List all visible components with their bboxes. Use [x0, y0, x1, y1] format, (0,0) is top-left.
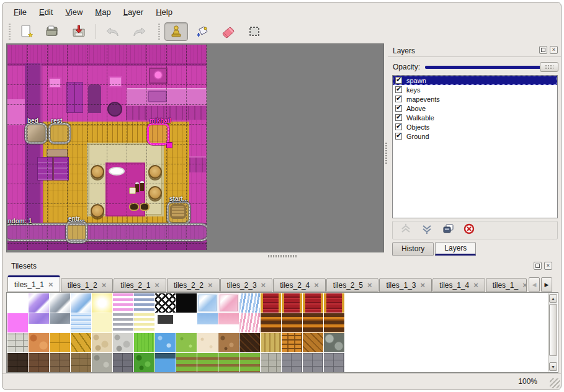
layer-visibility-checkbox[interactable] [395, 123, 402, 130]
new-map-button[interactable] [15, 22, 38, 41]
map-object-entr-[interactable]: entr... [66, 221, 87, 243]
tile-empty[interactable] [7, 293, 28, 313]
map-object-start-[interactable]: start... [167, 201, 190, 225]
close-dock-button[interactable]: × [550, 46, 558, 54]
close-tab-icon[interactable]: × [314, 280, 319, 290]
tile-curtain-red[interactable] [303, 293, 323, 313]
layer-row-mapevents[interactable]: mapevents [393, 94, 557, 104]
eraser-button[interactable] [217, 22, 240, 41]
tile-stripes-yellow[interactable] [134, 313, 154, 332]
tile-glass-purple-sm[interactable] [29, 313, 49, 332]
tile-cobble-orange[interactable] [29, 333, 49, 352]
tile-path-grass[interactable] [239, 353, 260, 372]
tile-grass[interactable] [176, 333, 197, 352]
tile-drape-blue[interactable] [239, 293, 260, 313]
tile-stone-offset[interactable] [261, 353, 281, 372]
tile-brick-dark[interactable] [7, 353, 28, 372]
lower-layer-button[interactable] [419, 223, 435, 238]
tileset-tab-tiles_1_[interactable]: tiles_1_× [486, 278, 527, 292]
close-tab-icon[interactable]: × [421, 280, 426, 290]
tile-pink[interactable] [7, 313, 28, 332]
tile-water[interactable] [155, 333, 176, 352]
menu-view[interactable]: View [59, 5, 89, 19]
tile-hedge[interactable] [134, 353, 154, 372]
layer-visibility-checkbox[interactable] [395, 133, 402, 140]
tile-brick-stone[interactable] [50, 353, 70, 372]
layer-row-Ground[interactable]: Ground [393, 131, 557, 141]
tile-pane-pink-sm[interactable] [218, 313, 239, 332]
tile-brick-gray[interactable] [113, 353, 133, 372]
menu-edit[interactable]: Edit [33, 5, 59, 19]
map-view[interactable]: bedrestmikhailstart...random: 1entr... [6, 43, 384, 252]
layer-list[interactable]: spawnkeysmapeventsAboveWalkableObjectsGr… [392, 75, 558, 218]
menu-file[interactable]: File [7, 5, 33, 19]
layer-visibility-checkbox[interactable] [395, 114, 402, 121]
tile-dirt[interactable] [218, 333, 239, 352]
tile-lattice[interactable] [155, 293, 176, 313]
toolbar-grip[interactable] [157, 24, 161, 40]
close-tab-icon[interactable]: × [473, 280, 478, 290]
tile-glass-gray-sm[interactable] [50, 313, 70, 332]
dock-tab-history[interactable]: History [392, 242, 434, 256]
float-dock-button[interactable] [539, 46, 547, 54]
layer-row-keys[interactable]: keys [393, 85, 557, 94]
layer-visibility-checkbox[interactable] [395, 105, 402, 112]
tile-wall-tan[interactable] [71, 353, 91, 372]
tile-pane-pink[interactable] [218, 293, 239, 313]
tileset-tab-tiles_2_1[interactable]: tiles_2_1× [114, 278, 166, 292]
opacity-slider-handle[interactable] [540, 62, 558, 72]
resize-grip[interactable] [550, 378, 560, 388]
tile-glass-gray[interactable] [50, 293, 70, 313]
menu-layer[interactable]: Layer [117, 5, 150, 19]
tileset-tab-tiles_2_3[interactable]: tiles_2_3× [220, 278, 273, 292]
tile-stripes-brown[interactable] [261, 313, 281, 332]
opacity-slider[interactable] [425, 61, 558, 73]
close-tab-icon[interactable]: × [48, 280, 53, 289]
tile-black[interactable] [176, 293, 197, 313]
layer-visibility-checkbox[interactable] [395, 86, 402, 93]
tileset-view[interactable]: ▲ ▼ [6, 292, 558, 373]
tile-glass-purple[interactable] [29, 293, 49, 313]
tileset-tab-tiles_2_4[interactable]: tiles_2_4× [273, 278, 326, 292]
layer-row-Walkable[interactable]: Walkable [393, 113, 557, 122]
menu-map[interactable]: Map [89, 5, 117, 19]
tile-stone-gold[interactable] [71, 333, 91, 352]
tile-stripes-blue[interactable] [134, 293, 154, 313]
tile-water-edge[interactable] [155, 353, 176, 372]
tile-curtain-red[interactable] [324, 293, 344, 313]
layer-visibility-checkbox[interactable] [395, 96, 402, 102]
tile-pane-blue[interactable] [197, 293, 218, 313]
tileset-tab-tiles_1_4[interactable]: tiles_1_4× [432, 278, 485, 292]
tile-stripes-pink[interactable] [113, 293, 133, 313]
layer-visibility-checkbox[interactable] [395, 77, 402, 84]
toolbar-grip[interactable] [7, 24, 11, 40]
tile-sand[interactable] [197, 333, 218, 352]
save-map-button[interactable] [67, 22, 91, 41]
object-resize-handle[interactable] [166, 142, 172, 148]
scroll-up-icon[interactable]: ▲ [549, 294, 557, 303]
map-object-random-1[interactable]: random: 1 [7, 223, 207, 241]
tile-curtain-red[interactable] [282, 293, 302, 313]
tile-pane-blue-sm[interactable] [197, 313, 218, 332]
layer-row-Above[interactable]: Above [393, 104, 557, 113]
tile-basket-weave[interactable] [282, 333, 302, 352]
tileset-scrollbar[interactable]: ▲ ▼ [548, 293, 557, 372]
close-tab-icon[interactable]: × [367, 280, 372, 290]
close-tab-icon[interactable]: × [522, 280, 527, 290]
tileset-tab-tiles_2_2[interactable]: tiles_2_2× [167, 278, 220, 292]
tile-wall-pebble[interactable] [92, 353, 112, 372]
tileset-tab-tiles_1_1[interactable]: tiles_1_1× [7, 275, 60, 292]
tile-pebbles-tan[interactable] [92, 333, 112, 352]
tile-logs-gray[interactable] [324, 333, 344, 352]
tile-brick-gray2[interactable] [303, 353, 323, 372]
close-tab-icon[interactable]: × [154, 280, 159, 290]
tile-stripes-brown[interactable] [324, 313, 344, 332]
tile-grass-bright[interactable] [134, 333, 154, 352]
redo-button[interactable] [127, 22, 151, 41]
dock-tab-layers[interactable]: Layers [435, 242, 476, 256]
tile-drape-pink[interactable] [239, 313, 260, 332]
close-tab-icon[interactable]: × [261, 280, 266, 290]
tile-stripes-gray[interactable] [113, 313, 133, 332]
tile-path-grass[interactable] [218, 353, 239, 372]
raise-layer-button[interactable] [398, 223, 414, 238]
